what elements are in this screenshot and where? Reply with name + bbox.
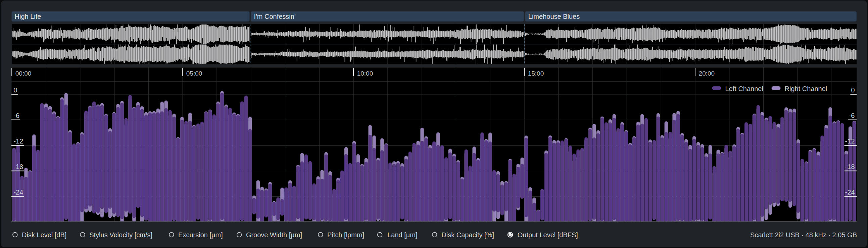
svg-text:Right Channel: Right Channel <box>785 85 827 92</box>
svg-text:-6: -6 <box>849 112 855 119</box>
svg-text:Output Level [dBFS]: Output Level [dBFS] <box>518 231 578 239</box>
svg-text:15:00: 15:00 <box>528 70 544 77</box>
svg-text:-6: -6 <box>13 112 20 119</box>
svg-text:0: 0 <box>851 86 855 94</box>
svg-text:-18: -18 <box>13 163 23 170</box>
svg-text:Land [µm]: Land [µm] <box>388 231 417 239</box>
svg-text:-12: -12 <box>13 137 23 145</box>
svg-text:-12: -12 <box>845 137 855 145</box>
svg-text:Stylus Velocity [cm/s]: Stylus Velocity [cm/s] <box>89 231 152 239</box>
svg-text:Scarlett 2i2 USB · 48 kHz · 2.: Scarlett 2i2 USB · 48 kHz · 2.05 GB <box>750 231 857 239</box>
svg-text:High Life: High Life <box>15 13 41 20</box>
svg-text:-18: -18 <box>845 163 855 170</box>
svg-text:Left Channel: Left Channel <box>725 85 763 92</box>
svg-text:Excursion [µm]: Excursion [µm] <box>178 231 223 239</box>
svg-text:20:00: 20:00 <box>699 70 715 77</box>
svg-text:I'm Confessin': I'm Confessin' <box>254 13 296 20</box>
svg-text:10:00: 10:00 <box>357 70 373 77</box>
svg-text:Groove Width [µm]: Groove Width [µm] <box>246 231 302 239</box>
svg-text:-24: -24 <box>13 189 23 196</box>
svg-text:-24: -24 <box>845 189 855 196</box>
svg-text:00:00: 00:00 <box>16 70 32 77</box>
svg-text:Limehouse Blues: Limehouse Blues <box>528 13 580 20</box>
svg-text:0: 0 <box>13 86 17 94</box>
svg-text:05:00: 05:00 <box>186 70 203 77</box>
svg-text:Disk Level [dB]: Disk Level [dB] <box>22 231 66 239</box>
svg-text:Pitch [lpmm]: Pitch [lpmm] <box>327 231 364 239</box>
svg-text:Disk Capacity [%]: Disk Capacity [%] <box>441 231 494 239</box>
